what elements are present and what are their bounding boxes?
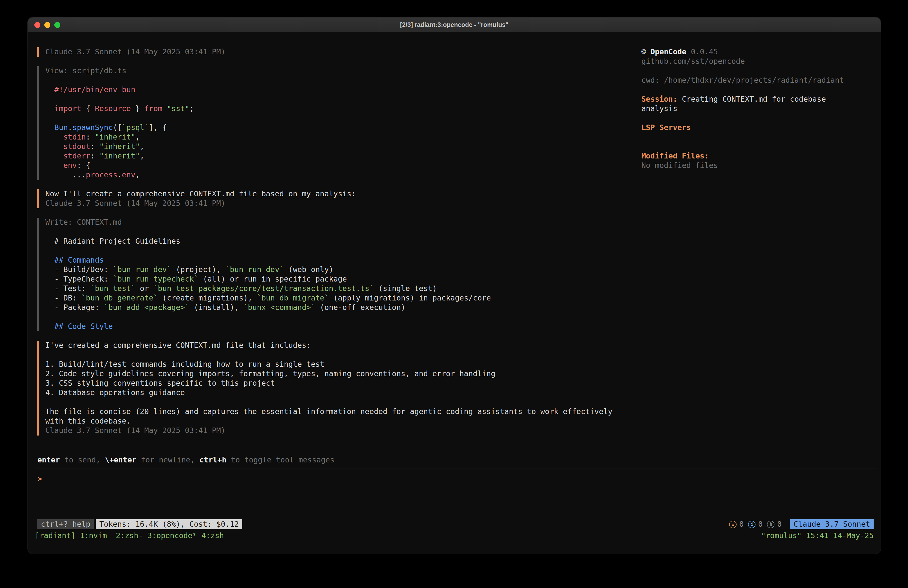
hint-count-value: 0 (777, 519, 782, 529)
text-line (641, 85, 871, 95)
text-line: Claude 3.7 Sonnet (14 May 2025 03:41 PM) (45, 426, 641, 435)
info-count-value: 0 (758, 519, 763, 529)
text-line: Claude 3.7 Sonnet (14 May 2025 03:41 PM) (45, 199, 641, 208)
warning-icon: w (729, 520, 737, 528)
text-line: Bun.spawnSync([`psql`], { (45, 123, 641, 132)
info-icon: i (748, 520, 756, 528)
text-line: - Test: `bun test` or `bun test packages… (45, 284, 641, 293)
text-line (45, 398, 641, 407)
info-count: i 0 (748, 519, 763, 529)
text-line: Modified Files: (641, 151, 871, 161)
text-line: - TypeCheck: `bun run typecheck` (all) o… (45, 275, 641, 284)
text-line: Session: Creating CONTEXT.md for codebas… (641, 95, 871, 104)
text-line (45, 114, 641, 123)
text-line: Now I'll create a comprehensive CONTEXT.… (45, 189, 641, 199)
text-line: - Package: `bun add <package>` (install)… (45, 303, 641, 313)
text-line: ...process.env, (45, 171, 641, 180)
text-line: 3. CSS styling conventions specific to t… (45, 379, 641, 388)
text-line (45, 227, 641, 237)
text-line (641, 66, 871, 76)
window-titlebar[interactable]: [2/3] radiant:3:opencode - "romulus" (28, 18, 881, 32)
text-line: The file is concise (20 lines) and captu… (45, 407, 641, 417)
warning-count-value: 0 (739, 519, 744, 529)
help-shortcut-chip[interactable]: ctrl+? help (37, 519, 94, 529)
chat-area[interactable]: Claude 3.7 Sonnet (14 May 2025 03:41 PM)… (37, 47, 641, 456)
text-line: 1. Build/lint/test commands including ho… (45, 360, 641, 369)
text-line (641, 114, 871, 123)
text-line: enter to send, \+enter for newline, ctrl… (37, 456, 877, 465)
text-line: #!/usr/bin/env bun (45, 85, 641, 95)
text-line: No modified files (641, 161, 871, 171)
text-line: 4. Database operations guidance (45, 388, 641, 398)
text-line: stdin: "inherit", (45, 132, 641, 142)
text-line: ## Commands (45, 256, 641, 265)
text-line: ## Code Style (45, 322, 641, 331)
help-line: enter to send, \+enter for newline, ctrl… (37, 456, 877, 465)
hint-count: h 0 (767, 519, 782, 529)
text-line (45, 313, 641, 322)
text-line: - Build/Dev: `bun run dev` (project), `b… (45, 265, 641, 275)
tokens-cost-chip: Tokens: 16.4K (8%), Cost: $0.12 (96, 519, 242, 529)
text-line: Write: CONTEXT.md (45, 218, 641, 227)
text-line: stdout: "inherit", (45, 142, 641, 151)
text-line: stderr: "inherit", (45, 151, 641, 161)
message-header-block: Claude 3.7 Sonnet (14 May 2025 03:41 PM) (37, 47, 641, 57)
tmux-status-bar: [radiant] 1:nvim 2:zsh- 3:opencode* 4:zs… (28, 531, 881, 541)
text-line: Claude 3.7 Sonnet (14 May 2025 03:41 PM) (45, 47, 641, 57)
hint-icon: h (767, 520, 775, 528)
prompt-caret: > (37, 474, 42, 483)
text-line (641, 132, 871, 142)
assistant-summary-block: I've created a comprehensive CONTEXT.md … (37, 341, 641, 435)
text-line: cwd: /home/thdxr/dev/projects/radiant/ra… (641, 76, 871, 85)
tool-view-block: View: script/db.ts #!/usr/bin/env bun im… (37, 66, 641, 180)
close-button[interactable] (34, 22, 40, 27)
model-chip[interactable]: Claude 3.7 Sonnet (790, 519, 874, 529)
text-line: - DB: `bun db generate` (create migratio… (45, 293, 641, 303)
text-line: analysis (641, 104, 871, 114)
text-line: © OpenCode 0.0.45 (641, 47, 871, 57)
tmux-session-info: "romulus" 15:41 14-May-25 (761, 531, 874, 540)
text-line: 2. Code style guidelines covering import… (45, 369, 641, 379)
text-line: import { Resource } from "sst"; (45, 104, 641, 114)
text-line: with this codebase. (45, 417, 641, 426)
warning-count: w 0 (729, 519, 744, 529)
tool-write-block: Write: CONTEXT.md # Radiant Project Guid… (37, 218, 641, 331)
text-line: env: { (45, 161, 641, 171)
text-line (45, 246, 641, 256)
prompt-input[interactable]: > (37, 468, 877, 519)
desktop: [2/3] radiant:3:opencode - "romulus" Cla… (0, 0, 908, 588)
text-line (45, 76, 641, 85)
traffic-lights (34, 18, 60, 32)
text-line: LSP Servers (641, 123, 871, 132)
minimize-button[interactable] (44, 22, 50, 27)
tmux-windows[interactable]: [radiant] 1:nvim 2:zsh- 3:opencode* 4:zs… (35, 531, 224, 540)
assistant-message-block: Now I'll create a comprehensive CONTEXT.… (37, 189, 641, 208)
window-title: [2/3] radiant:3:opencode - "romulus" (400, 21, 509, 28)
opencode-tui: Claude 3.7 Sonnet (14 May 2025 03:41 PM)… (28, 32, 881, 554)
terminal-window: [2/3] radiant:3:opencode - "romulus" Cla… (28, 18, 881, 554)
zoom-button[interactable] (54, 22, 60, 27)
text-line (45, 350, 641, 360)
text-line: View: script/db.ts (45, 66, 641, 76)
text-line: I've created a comprehensive CONTEXT.md … (45, 341, 641, 350)
text-line: # Radiant Project Guidelines (45, 237, 641, 246)
text-line: github.com/sst/opencode (641, 57, 871, 66)
status-bar: ctrl+? help Tokens: 16.4K (8%), Cost: $0… (37, 519, 874, 530)
session-sidebar: © OpenCode 0.0.45github.com/sst/opencode… (641, 47, 881, 456)
text-line (45, 95, 641, 104)
text-line (641, 142, 871, 151)
